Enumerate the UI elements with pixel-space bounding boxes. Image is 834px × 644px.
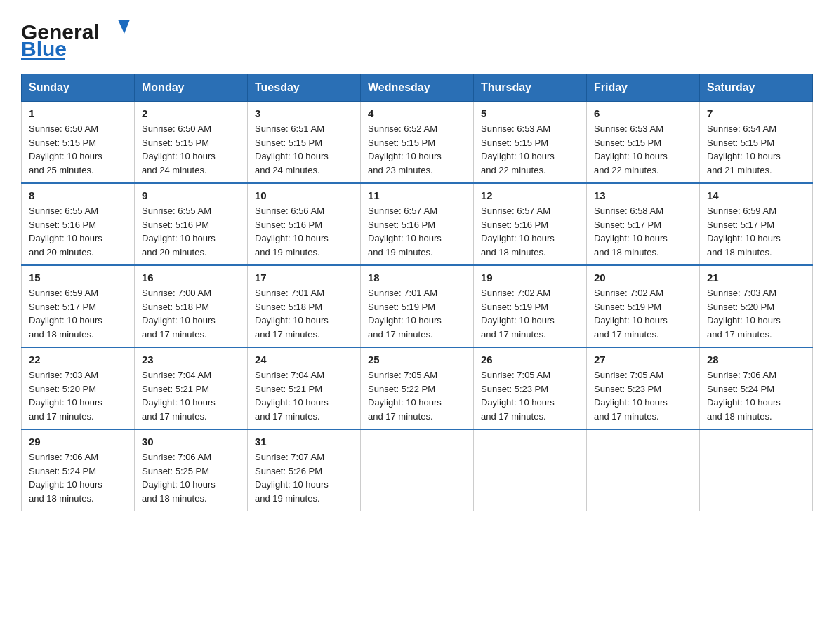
day-info: Sunrise: 7:02 AMSunset: 5:19 PMDaylight:… bbox=[594, 288, 668, 340]
day-info: Sunrise: 6:50 AMSunset: 5:15 PMDaylight:… bbox=[142, 123, 216, 175]
calendar-cell: 13 Sunrise: 6:58 AMSunset: 5:17 PMDaylig… bbox=[587, 183, 700, 265]
calendar-cell: 26 Sunrise: 7:05 AMSunset: 5:23 PMDaylig… bbox=[474, 347, 587, 429]
day-info: Sunrise: 6:58 AMSunset: 5:17 PMDaylight:… bbox=[594, 206, 668, 257]
day-info: Sunrise: 6:55 AMSunset: 5:16 PMDaylight:… bbox=[142, 206, 216, 257]
day-info: Sunrise: 7:01 AMSunset: 5:18 PMDaylight:… bbox=[255, 288, 329, 340]
day-info: Sunrise: 7:06 AMSunset: 5:24 PMDaylight:… bbox=[707, 370, 781, 422]
calendar-cell: 28 Sunrise: 7:06 AMSunset: 5:24 PMDaylig… bbox=[700, 347, 813, 429]
calendar-cell: 16 Sunrise: 7:00 AMSunset: 5:18 PMDaylig… bbox=[135, 265, 248, 347]
day-number: 5 bbox=[481, 107, 579, 119]
day-number: 23 bbox=[142, 354, 240, 365]
day-info: Sunrise: 7:05 AMSunset: 5:23 PMDaylight:… bbox=[594, 370, 668, 422]
calendar-cell bbox=[361, 429, 474, 511]
day-number: 7 bbox=[707, 107, 805, 119]
calendar-cell: 22 Sunrise: 7:03 AMSunset: 5:20 PMDaylig… bbox=[22, 347, 135, 429]
calendar-cell: 27 Sunrise: 7:05 AMSunset: 5:23 PMDaylig… bbox=[587, 347, 700, 429]
day-info: Sunrise: 7:03 AMSunset: 5:20 PMDaylight:… bbox=[29, 370, 102, 422]
day-number: 6 bbox=[594, 107, 692, 119]
day-number: 16 bbox=[142, 271, 240, 283]
day-info: Sunrise: 6:50 AMSunset: 5:15 PMDaylight:… bbox=[29, 123, 102, 175]
calendar-cell: 8 Sunrise: 6:55 AMSunset: 5:16 PMDayligh… bbox=[22, 183, 135, 265]
calendar-cell: 14 Sunrise: 6:59 AMSunset: 5:17 PMDaylig… bbox=[700, 183, 813, 265]
calendar-cell bbox=[474, 429, 587, 511]
day-number: 3 bbox=[255, 107, 353, 119]
day-number: 9 bbox=[142, 189, 240, 201]
day-info: Sunrise: 7:00 AMSunset: 5:18 PMDaylight:… bbox=[142, 288, 216, 340]
day-info: Sunrise: 6:52 AMSunset: 5:15 PMDaylight:… bbox=[368, 123, 442, 175]
calendar-header-monday: Monday bbox=[135, 74, 248, 102]
day-info: Sunrise: 7:05 AMSunset: 5:22 PMDaylight:… bbox=[368, 370, 442, 422]
calendar-cell: 6 Sunrise: 6:53 AMSunset: 5:15 PMDayligh… bbox=[587, 102, 700, 184]
day-number: 13 bbox=[594, 189, 692, 201]
day-number: 21 bbox=[707, 271, 805, 283]
day-number: 22 bbox=[29, 354, 127, 365]
calendar-cell: 19 Sunrise: 7:02 AMSunset: 5:19 PMDaylig… bbox=[474, 265, 587, 347]
day-info: Sunrise: 6:59 AMSunset: 5:17 PMDaylight:… bbox=[707, 206, 781, 257]
day-info: Sunrise: 6:55 AMSunset: 5:16 PMDaylight:… bbox=[29, 206, 102, 257]
day-info: Sunrise: 7:03 AMSunset: 5:20 PMDaylight:… bbox=[707, 288, 781, 340]
day-number: 20 bbox=[594, 271, 692, 283]
day-info: Sunrise: 6:54 AMSunset: 5:15 PMDaylight:… bbox=[707, 123, 781, 175]
day-number: 11 bbox=[368, 189, 466, 201]
day-info: Sunrise: 7:07 AMSunset: 5:26 PMDaylight:… bbox=[255, 452, 329, 504]
day-number: 1 bbox=[29, 107, 127, 119]
day-info: Sunrise: 6:56 AMSunset: 5:16 PMDaylight:… bbox=[255, 206, 329, 257]
calendar-week-row: 1 Sunrise: 6:50 AMSunset: 5:15 PMDayligh… bbox=[22, 102, 813, 184]
calendar-cell: 23 Sunrise: 7:04 AMSunset: 5:21 PMDaylig… bbox=[135, 347, 248, 429]
calendar-cell: 5 Sunrise: 6:53 AMSunset: 5:15 PMDayligh… bbox=[474, 102, 587, 184]
calendar-header-friday: Friday bbox=[587, 74, 700, 102]
day-number: 28 bbox=[707, 354, 805, 365]
calendar-cell: 25 Sunrise: 7:05 AMSunset: 5:22 PMDaylig… bbox=[361, 347, 474, 429]
calendar-cell: 12 Sunrise: 6:57 AMSunset: 5:16 PMDaylig… bbox=[474, 183, 587, 265]
calendar-cell: 10 Sunrise: 6:56 AMSunset: 5:16 PMDaylig… bbox=[248, 183, 361, 265]
day-number: 19 bbox=[481, 271, 579, 283]
calendar-table: SundayMondayTuesdayWednesdayThursdayFrid… bbox=[21, 74, 813, 511]
day-info: Sunrise: 7:04 AMSunset: 5:21 PMDaylight:… bbox=[142, 370, 216, 422]
day-info: Sunrise: 6:57 AMSunset: 5:16 PMDaylight:… bbox=[368, 206, 442, 257]
logo: General Blue bbox=[21, 14, 140, 60]
day-info: Sunrise: 7:02 AMSunset: 5:19 PMDaylight:… bbox=[481, 288, 555, 340]
day-info: Sunrise: 6:57 AMSunset: 5:16 PMDaylight:… bbox=[481, 206, 555, 257]
logo-svg: General Blue bbox=[21, 14, 140, 60]
day-number: 24 bbox=[255, 354, 353, 365]
day-number: 27 bbox=[594, 354, 692, 365]
day-number: 2 bbox=[142, 107, 240, 119]
calendar-week-row: 8 Sunrise: 6:55 AMSunset: 5:16 PMDayligh… bbox=[22, 183, 813, 265]
page-header: General Blue bbox=[21, 14, 813, 60]
day-number: 25 bbox=[368, 354, 466, 365]
calendar-cell bbox=[587, 429, 700, 511]
calendar-cell: 31 Sunrise: 7:07 AMSunset: 5:26 PMDaylig… bbox=[248, 429, 361, 511]
day-info: Sunrise: 7:05 AMSunset: 5:23 PMDaylight:… bbox=[481, 370, 555, 422]
svg-text:Blue: Blue bbox=[21, 37, 67, 60]
calendar-cell: 21 Sunrise: 7:03 AMSunset: 5:20 PMDaylig… bbox=[700, 265, 813, 347]
day-number: 15 bbox=[29, 271, 127, 283]
calendar-cell: 3 Sunrise: 6:51 AMSunset: 5:15 PMDayligh… bbox=[248, 102, 361, 184]
calendar-week-row: 29 Sunrise: 7:06 AMSunset: 5:24 PMDaylig… bbox=[22, 429, 813, 511]
calendar-cell: 1 Sunrise: 6:50 AMSunset: 5:15 PMDayligh… bbox=[22, 102, 135, 184]
calendar-cell: 4 Sunrise: 6:52 AMSunset: 5:15 PMDayligh… bbox=[361, 102, 474, 184]
calendar-cell: 20 Sunrise: 7:02 AMSunset: 5:19 PMDaylig… bbox=[587, 265, 700, 347]
day-number: 30 bbox=[142, 436, 240, 448]
calendar-week-row: 15 Sunrise: 6:59 AMSunset: 5:17 PMDaylig… bbox=[22, 265, 813, 347]
day-number: 10 bbox=[255, 189, 353, 201]
day-number: 29 bbox=[29, 436, 127, 448]
calendar-cell: 30 Sunrise: 7:06 AMSunset: 5:25 PMDaylig… bbox=[135, 429, 248, 511]
day-number: 12 bbox=[481, 189, 579, 201]
calendar-header-sunday: Sunday bbox=[22, 74, 135, 102]
calendar-cell: 17 Sunrise: 7:01 AMSunset: 5:18 PMDaylig… bbox=[248, 265, 361, 347]
day-number: 14 bbox=[707, 189, 805, 201]
calendar-header-row: SundayMondayTuesdayWednesdayThursdayFrid… bbox=[22, 74, 813, 102]
day-info: Sunrise: 7:04 AMSunset: 5:21 PMDaylight:… bbox=[255, 370, 329, 422]
calendar-header-tuesday: Tuesday bbox=[248, 74, 361, 102]
calendar-cell: 9 Sunrise: 6:55 AMSunset: 5:16 PMDayligh… bbox=[135, 183, 248, 265]
day-number: 17 bbox=[255, 271, 353, 283]
day-info: Sunrise: 7:06 AMSunset: 5:24 PMDaylight:… bbox=[29, 452, 102, 504]
calendar-cell: 2 Sunrise: 6:50 AMSunset: 5:15 PMDayligh… bbox=[135, 102, 248, 184]
calendar-header-saturday: Saturday bbox=[700, 74, 813, 102]
calendar-cell: 29 Sunrise: 7:06 AMSunset: 5:24 PMDaylig… bbox=[22, 429, 135, 511]
day-info: Sunrise: 6:53 AMSunset: 5:15 PMDaylight:… bbox=[594, 123, 668, 175]
calendar-header-wednesday: Wednesday bbox=[361, 74, 474, 102]
day-info: Sunrise: 7:06 AMSunset: 5:25 PMDaylight:… bbox=[142, 452, 216, 504]
day-info: Sunrise: 6:51 AMSunset: 5:15 PMDaylight:… bbox=[255, 123, 329, 175]
day-number: 4 bbox=[368, 107, 466, 119]
